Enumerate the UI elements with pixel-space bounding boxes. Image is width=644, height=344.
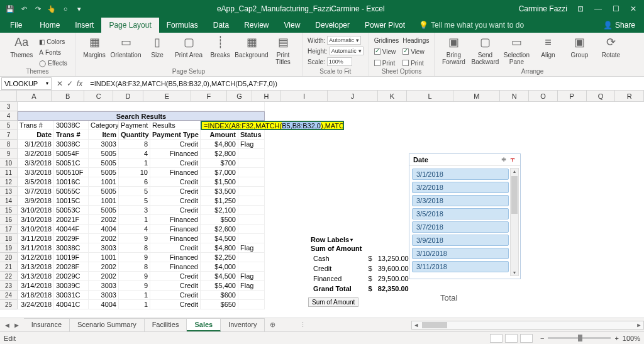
cell[interactable]: =INDEX(A8:F32,MATCH(B5,B8:B32,0),MATCH(D… [201,121,344,130]
print-icon[interactable]: ○ [60,4,70,14]
horizontal-scrollbar[interactable]: ◄► [411,321,644,330]
cell[interactable]: 8 [119,262,150,272]
rotate-button[interactable]: ⟳Rotate [597,35,625,58]
headings-view-check[interactable]: View [402,47,429,57]
cell[interactable]: 3003 [89,291,119,300]
zoom-slider[interactable] [548,337,611,339]
cell[interactable]: 20021F [54,215,89,225]
user-name[interactable]: Carmine Fazzi [519,4,567,13]
row-header[interactable]: 19 [0,243,18,253]
tab-insert[interactable]: Insert [67,18,101,33]
cell[interactable] [238,196,265,206]
column-header[interactable]: F [191,91,227,101]
cell[interactable]: 9 [119,253,150,262]
tab-home[interactable]: Home [32,18,67,33]
cell[interactable]: 1 [119,291,150,300]
row-header[interactable]: 17 [0,225,18,234]
column-header[interactable]: C [84,91,113,101]
cell[interactable] [238,177,265,187]
cell[interactable]: 3/9/2018 [18,196,54,206]
cell[interactable]: 10019F [54,253,89,262]
sheet-nav-next-icon[interactable]: ► [13,321,20,329]
cell[interactable] [238,225,265,234]
cell[interactable]: Credit [150,158,201,168]
cell[interactable]: Credit [150,300,201,309]
cell[interactable]: 1001 [89,177,119,187]
column-header[interactable]: G [227,91,252,101]
cell[interactable]: Credit [150,196,201,206]
pivot-row[interactable]: Financed$ 29,500.00 [309,274,413,283]
cell[interactable]: 1001 [89,253,119,262]
column-header[interactable]: M [453,91,500,101]
cell[interactable]: 20028F [54,262,89,272]
cell[interactable]: 10 [119,168,150,177]
cell[interactable]: Financed [150,225,201,234]
cell[interactable]: $7,000 [201,168,238,177]
row-header[interactable]: 11 [0,168,18,177]
qat-more-icon[interactable]: ▾ [74,4,84,14]
minimize-icon[interactable]: ― [594,4,602,13]
slicer-item[interactable]: 3/11/2018 [412,261,509,272]
cell[interactable]: 50055C [54,187,89,196]
row-header[interactable]: 20 [0,253,18,262]
cell[interactable]: $2,800 [201,149,238,158]
cell[interactable]: $600 [201,291,238,300]
column-header[interactable]: D [113,91,143,101]
cell[interactable]: 1 [119,158,150,168]
scale-combo[interactable]: 100% [327,57,352,66]
zoom-in-button[interactable]: + [614,335,618,342]
cell[interactable]: Search Results [18,111,265,121]
cell[interactable]: 3/24/2018 [18,300,54,309]
breaks-button[interactable]: ┊Breaks [206,35,234,58]
tab-file[interactable]: File [0,18,32,33]
cell[interactable]: 50051C [54,158,89,168]
cell[interactable]: Trans # [18,121,54,130]
bring-forward-button[interactable]: ▣Bring Forward [440,35,467,65]
cell[interactable]: 3/11/2018 [18,243,54,253]
row-header[interactable]: 18 [0,234,18,243]
width-combo[interactable]: Automatic▾ [327,36,361,45]
column-header[interactable]: Q [587,91,616,101]
cell[interactable]: 5 [119,187,150,196]
selection-pane-button[interactable]: ▭Selection Pane [502,35,530,65]
zoom-level[interactable]: 100% [623,335,640,342]
orientation-button[interactable]: ▭Orientation [112,35,140,58]
date-slicer[interactable]: Date ⫩ ⥾ 3/1/20183/2/20183/3/20183/5/201… [409,153,521,279]
select-all-button[interactable] [0,91,17,101]
cell[interactable]: 3 [119,206,150,215]
row-header[interactable]: 16 [0,215,18,225]
cell[interactable]: $4,000 [201,262,238,272]
cell[interactable]: 6 [119,177,150,187]
cell[interactable]: Financed [150,215,201,225]
column-header[interactable]: H [252,91,281,101]
page-break-view-button[interactable] [520,334,533,343]
background-button[interactable]: ▦Background [238,35,265,58]
cell[interactable]: 3/3/2018 [18,168,54,177]
cell[interactable]: $1,250 [201,196,238,206]
cell[interactable] [238,262,265,272]
row-header[interactable]: 3 [0,102,18,111]
cell[interactable] [238,158,265,168]
maximize-icon[interactable]: ☐ [611,4,620,13]
touch-icon[interactable]: 👆 [47,4,57,14]
clear-filter-icon[interactable]: ⥾ [509,156,516,164]
cell[interactable]: 5005 [89,187,119,196]
cell[interactable]: $650 [201,300,238,309]
tab-review[interactable]: Review [236,18,276,33]
normal-view-button[interactable] [490,334,502,343]
row-header[interactable]: 7 [0,130,18,140]
tab-formulas[interactable]: Formulas [159,18,206,33]
cell[interactable]: 2002 [89,272,119,281]
effects-button[interactable]: ◯ Effects [39,58,67,68]
sheet-tab-facilities[interactable]: Facilities [145,318,187,331]
cancel-formula-icon[interactable]: ✕ [57,79,63,88]
align-button[interactable]: ≡Align [534,35,562,58]
cell[interactable]: 1 [119,215,150,225]
sheet-nav-prev-icon[interactable]: ◄ [4,321,11,329]
cell[interactable]: 9 [119,234,150,243]
cell[interactable]: Quantity [119,130,150,140]
page-layout-view-button[interactable] [505,334,518,343]
cell[interactable]: $2,250 [201,253,238,262]
cell[interactable]: $700 [201,158,238,168]
cell[interactable]: 3003 [89,281,119,291]
